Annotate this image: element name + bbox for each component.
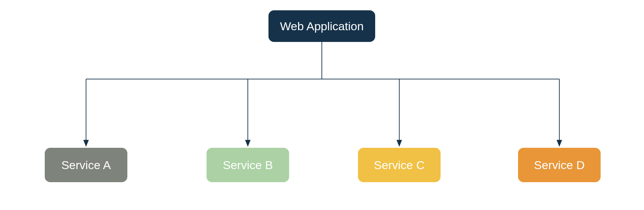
- service-node-b: Service B: [207, 148, 289, 182]
- root-node-label: Web Application: [280, 20, 363, 33]
- root-node-web-application: Web Application: [268, 10, 375, 42]
- service-node-a-label: Service A: [61, 158, 111, 172]
- service-node-c-label: Service C: [374, 158, 424, 172]
- service-node-a: Service A: [45, 148, 127, 182]
- service-node-d-label: Service D: [534, 158, 584, 172]
- service-node-b-label: Service B: [223, 158, 273, 172]
- service-node-d: Service D: [518, 148, 601, 182]
- service-node-c: Service C: [358, 148, 441, 182]
